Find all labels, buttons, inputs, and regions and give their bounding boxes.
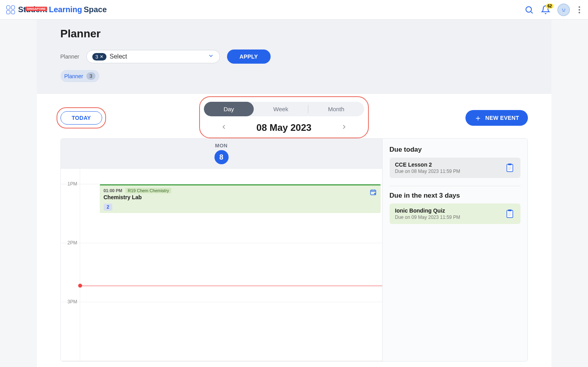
assignment-icon	[505, 163, 515, 173]
svg-rect-15	[507, 210, 513, 217]
new-event-button[interactable]: ＋ NEW EVENT	[465, 110, 528, 126]
logo[interactable]: SINGAPORE Student Learning Space	[6, 5, 107, 14]
chevron-down-icon	[208, 53, 214, 61]
filter-row: Planner 3 ✕ Select APPLY	[60, 50, 528, 64]
today-button[interactable]: TODAY	[60, 111, 103, 125]
filter-label: Planner	[60, 53, 79, 60]
now-indicator-dot	[78, 284, 82, 288]
next-day-icon[interactable]	[339, 122, 349, 134]
event-title: Chemistry Lab	[104, 194, 377, 200]
apply-button[interactable]: APPLY	[227, 50, 271, 64]
event-count-badge: 2	[104, 204, 113, 211]
view-toggle: Day Week Month	[204, 102, 364, 116]
app-header: SINGAPORE Student Learning Space 62	[0, 0, 588, 20]
hour-label: 3PM	[61, 299, 80, 358]
due-next-heading: Due in the next 3 days	[390, 192, 520, 200]
logo-icon	[6, 6, 15, 14]
notification-count: 62	[546, 4, 553, 9]
select-count-chip[interactable]: 3 ✕	[92, 53, 106, 61]
clear-selection-icon[interactable]: ✕	[100, 54, 103, 59]
view-week-tab[interactable]: Week	[254, 102, 308, 116]
assignment-icon	[505, 209, 515, 219]
filter-section: Planner Planner 3 ✕ Select APPLY Planner	[37, 20, 551, 94]
country-badge: SINGAPORE	[25, 7, 47, 11]
svg-rect-16	[508, 209, 511, 211]
svg-line-1	[531, 12, 533, 13]
divider	[390, 186, 520, 186]
header-actions: 62	[524, 4, 582, 16]
active-filter-row: Planner 3	[60, 70, 528, 82]
page-body: Planner Planner 3 ✕ Select APPLY Planner	[37, 20, 551, 367]
day-of-month: 8	[214, 150, 229, 164]
now-indicator	[80, 286, 382, 286]
calendar-add-icon[interactable]	[370, 189, 377, 197]
current-date: 08 May 2023	[245, 122, 323, 133]
hour-label: 2PM	[61, 240, 80, 299]
due-item-meta: Due on 08 May 2023 11:59 PM	[395, 169, 460, 174]
search-icon[interactable]	[524, 5, 534, 15]
event-tag: R19 Chem Chemistry	[125, 188, 171, 193]
due-panel: Due today CCE Lesson 2 Due on 08 May 202…	[382, 139, 528, 361]
notifications-icon[interactable]: 62	[541, 5, 550, 15]
due-item-title: CCE Lesson 2	[395, 161, 460, 168]
calendar-main: MON 8 1PM	[61, 139, 382, 361]
date-nav: 08 May 2023	[219, 122, 349, 134]
prev-day-icon[interactable]	[219, 122, 229, 134]
view-month-tab[interactable]: Month	[308, 102, 364, 116]
event-block[interactable]: 01:00 PM R19 Chem Chemistry Chemistry La…	[100, 184, 381, 213]
calendar-section: TODAY Day Week Month 08 May 2023	[37, 94, 551, 367]
day-header: MON 8	[61, 139, 382, 169]
due-today-heading: Due today	[390, 146, 520, 154]
calendar-controls: TODAY Day Week Month 08 May 2023	[60, 102, 528, 134]
svg-point-0	[526, 7, 531, 12]
due-item[interactable]: Ionic Bonding Quiz Due on 09 May 2023 11…	[390, 204, 520, 224]
event-time: 01:00 PM	[104, 188, 123, 193]
plus-icon: ＋	[474, 114, 482, 122]
page-title: Planner	[60, 28, 528, 40]
day-of-week: MON	[65, 143, 378, 149]
svg-point-2	[562, 9, 563, 9]
kebab-menu-icon[interactable]	[577, 5, 582, 15]
planner-select[interactable]: 3 ✕ Select	[86, 50, 220, 63]
time-grid[interactable]: 1PM 01:00 PM R19 Chem Chemistry C	[61, 169, 382, 361]
svg-point-3	[564, 9, 565, 9]
view-day-tab[interactable]: Day	[204, 102, 254, 116]
avatar[interactable]	[557, 4, 570, 16]
planner-filter-chip[interactable]: Planner 3	[60, 70, 100, 82]
svg-rect-11	[508, 163, 511, 165]
due-item[interactable]: CCE Lesson 2 Due on 08 May 2023 11:59 PM	[390, 158, 520, 178]
calendar-body: MON 8 1PM	[60, 138, 528, 361]
hour-label: 1PM	[61, 181, 80, 240]
due-item-meta: Due on 09 May 2023 11:59 PM	[395, 215, 460, 220]
due-item-title: Ionic Bonding Quiz	[395, 207, 460, 214]
